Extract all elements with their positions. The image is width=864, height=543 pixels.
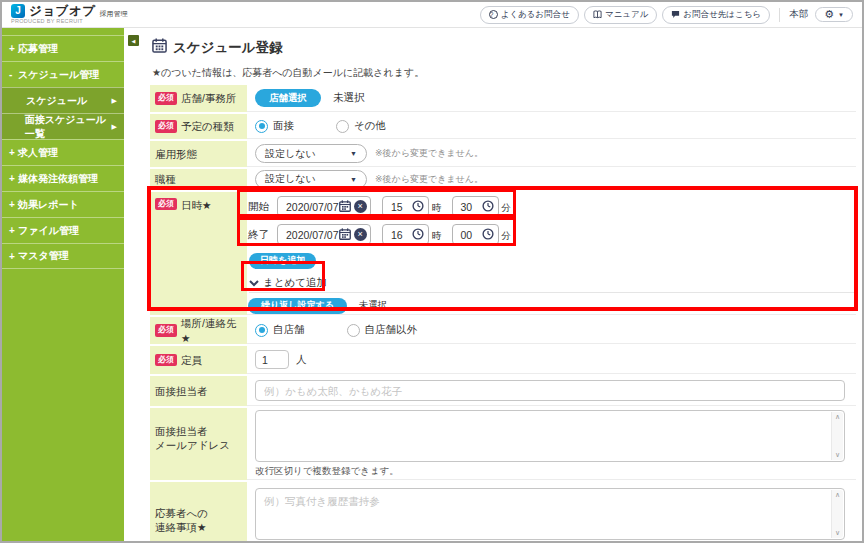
clock-icon[interactable] (412, 228, 424, 242)
clock-icon[interactable] (482, 200, 494, 214)
submenu-arrow-icon: ▶ (112, 123, 117, 131)
applicant-note-textarea[interactable]: ∧ ∨ (255, 488, 845, 540)
radio-interview[interactable]: 面接 (255, 119, 294, 133)
jobcategory-label: 職種 (155, 172, 176, 186)
scroll-up-icon[interactable]: ∧ (835, 413, 840, 421)
app-window: J ジョブオプ 採用管理 PRODUCED BY RECRUIT ? よくあるお… (0, 0, 864, 543)
sidebar-item-schedule[interactable]: スケジュール▶ (2, 87, 124, 113)
calendar-picker-icon[interactable] (339, 200, 351, 214)
page-title: スケジュール登録 (173, 39, 283, 57)
caret-down-icon: ▼ (350, 176, 357, 183)
end-minute-input[interactable]: 00 (452, 224, 499, 245)
radio-other-label: その他 (354, 119, 386, 133)
hour-unit: 時 (432, 230, 442, 245)
datetime-label: 日時★ (181, 198, 211, 212)
radio-selected-icon (255, 120, 268, 133)
store-select-button[interactable]: 店舗選択 (255, 89, 321, 107)
app-logo[interactable]: J ジョブオプ 採用管理 PRODUCED BY RECRUIT (11, 4, 127, 25)
start-minute-input[interactable]: 30 (452, 196, 499, 217)
scroll-down-icon[interactable]: ∨ (835, 529, 840, 537)
clock-icon[interactable] (412, 200, 424, 214)
radio-selected-icon (255, 324, 268, 337)
place-label: 場所/連絡先★ (181, 316, 243, 344)
repeat-settings-button[interactable]: 繰り返し設定する (248, 298, 347, 314)
employment-select[interactable]: 設定しない ▼ (255, 144, 367, 163)
sidebar-collapse-button[interactable]: ◀ (128, 35, 139, 46)
start-minute-value: 30 (461, 201, 482, 213)
expand-toggle-icon: + (9, 173, 18, 184)
radio-other-place[interactable]: 自店舗以外 (347, 323, 418, 337)
start-label: 開始 (248, 200, 269, 214)
contact-label: お問合せ先はこちら (683, 9, 761, 21)
jobcategory-select[interactable]: 設定しない ▼ (255, 170, 367, 189)
sidebar-item-schedule-management[interactable]: -スケジュール管理 (2, 61, 124, 87)
employment-note: ※後から変更できません。 (375, 147, 483, 160)
sidebar-item-interview-schedule-list[interactable]: 面接スケジュール一覧▶ (2, 113, 124, 139)
sidebar-item-label: マスタ管理 (18, 249, 69, 263)
bulk-add-label: まとめて追加 (263, 276, 327, 290)
expand-toggle-icon: - (9, 69, 18, 80)
contact-button[interactable]: お問合せ先はこちら (662, 6, 770, 24)
radio-other[interactable]: その他 (336, 119, 386, 133)
textarea-scrollbar[interactable]: ∧ ∨ (831, 412, 843, 460)
row-capacity: 必須 定員 人 (150, 346, 856, 374)
top-header: J ジョブオプ 採用管理 PRODUCED BY RECRUIT ? よくあるお… (2, 2, 862, 28)
caret-down-icon: ▼ (838, 12, 844, 18)
manual-button[interactable]: マニュアル (584, 6, 658, 24)
sidebar-item-effect-report[interactable]: +効果レポート (2, 191, 124, 217)
auto-mail-note: ★のついた情報は、応募者への自動メールに記載されます。 (152, 66, 424, 80)
radio-own-store[interactable]: 自店舗 (255, 323, 305, 337)
calendar-picker-icon[interactable] (339, 228, 351, 242)
applicant-note-field[interactable] (257, 490, 829, 538)
interviewer-label: 面接担当者 (155, 384, 208, 398)
jobcategory-note: ※後から変更できません。 (375, 173, 483, 186)
sidebar-item-file-management[interactable]: +ファイル管理 (2, 217, 124, 243)
scroll-up-icon[interactable]: ∧ (835, 491, 840, 499)
interviewer-input[interactable] (255, 380, 845, 401)
clear-date-icon[interactable]: × (354, 228, 367, 241)
end-hour-input[interactable]: 16 (382, 224, 429, 245)
scroll-down-icon[interactable]: ∨ (835, 451, 840, 459)
bulk-add-toggle[interactable]: まとめて追加 (249, 276, 327, 290)
sidebar-item-master-management[interactable]: +マスタ管理 (2, 243, 124, 269)
faq-button[interactable]: ? よくあるお問合せ (480, 6, 579, 24)
schedule-form: 必須 店舗/事務所 店舗選択 未選択 必須 予定の種類 面接 その (150, 85, 856, 543)
end-date-value: 2020/07/07 (286, 229, 339, 241)
sidebar-item-media-order-management[interactable]: +媒体発注依頼管理 (2, 165, 124, 191)
datetime-start-line: 開始 2020/07/07 × 15 時 (248, 196, 513, 217)
datetime-end-line: 終了 2020/07/07 × 16 時 (248, 224, 513, 245)
interviewer-email-label-1: 面接担当者 (155, 424, 230, 438)
end-label: 終了 (248, 228, 269, 242)
header-divider (779, 8, 780, 22)
radio-other-place-label: 自店舗以外 (365, 323, 418, 337)
speech-bubble-icon (671, 10, 680, 19)
settings-menu-button[interactable]: ⚙ ▼ (815, 7, 853, 22)
calendar-icon (152, 38, 167, 57)
sidebar-item-label: スケジュール管理 (18, 68, 99, 82)
interviewer-email-textarea[interactable]: ∧ ∨ (255, 410, 845, 462)
manual-label: マニュアル (605, 9, 649, 21)
clock-icon[interactable] (482, 228, 494, 242)
sidebar-item-job-management[interactable]: +求人管理 (2, 139, 124, 165)
employment-label: 雇用形態 (155, 147, 197, 161)
sidebar-item-applications[interactable]: +応募管理 (2, 35, 124, 61)
datetime-divider (249, 292, 856, 293)
capacity-label: 定員 (181, 353, 202, 367)
row-store: 必須 店舗/事務所 店舗選択 未選択 (150, 85, 856, 112)
row-type: 必須 予定の種類 面接 その他 (150, 114, 856, 139)
sidebar-item-label: ファイル管理 (18, 224, 79, 238)
repeat-status: 未選択 (359, 299, 388, 312)
start-hour-input[interactable]: 15 (382, 196, 429, 217)
capacity-input[interactable] (255, 350, 289, 369)
interviewer-email-field[interactable] (257, 412, 829, 460)
add-datetime-button[interactable]: 日時を追加 (249, 253, 316, 269)
start-date-input[interactable]: 2020/07/07 × (277, 196, 371, 217)
textarea-scrollbar[interactable]: ∧ ∨ (831, 490, 843, 538)
required-badge: 必須 (155, 120, 177, 132)
sidebar-nav: +応募管理-スケジュール管理スケジュール▶面接スケジュール一覧▶+求人管理+媒体… (2, 28, 124, 541)
question-circle-icon: ? (489, 10, 498, 19)
end-date-input[interactable]: 2020/07/07 × (277, 224, 371, 245)
required-badge: 必須 (155, 354, 177, 366)
sidebar-item-label: 媒体発注依頼管理 (18, 172, 98, 186)
clear-date-icon[interactable]: × (354, 200, 367, 213)
